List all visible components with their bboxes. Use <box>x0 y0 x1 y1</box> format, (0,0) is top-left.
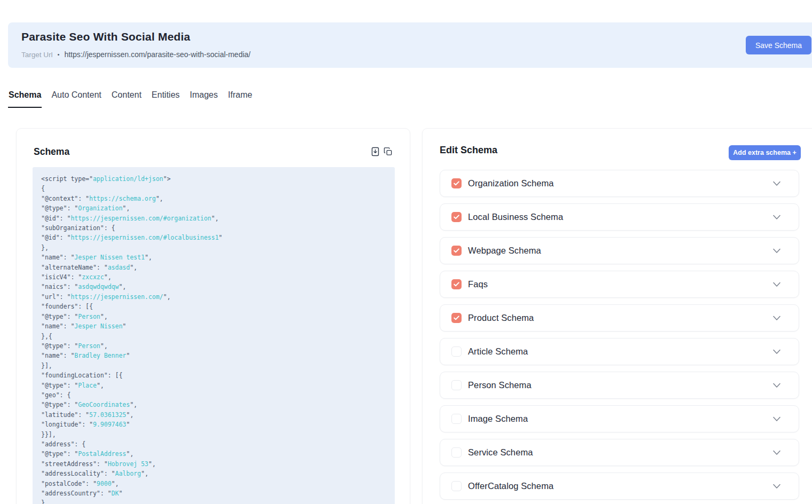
tab-iframe[interactable]: Iframe <box>228 89 253 108</box>
tabs-bar: SchemaAuto ContentContentEntitiesImagesI… <box>8 89 253 108</box>
code-line: "founders": [{ <box>41 302 386 311</box>
code-line: "geo": { <box>41 390 386 400</box>
code-line: "longitude": "9.9097463" <box>41 420 386 429</box>
accordion-label: Service Schema <box>468 447 533 458</box>
accordion-local-business-schema[interactable]: Local Business Schema <box>440 203 799 231</box>
checkbox-checked[interactable] <box>451 212 462 222</box>
code-line: }}], <box>41 430 386 439</box>
chevron-down-icon[interactable] <box>770 348 784 356</box>
code-line: "@type": "GeoCoordinates", <box>41 400 386 410</box>
schema-accordion-list: Organization SchemaLocal Business Schema… <box>440 170 799 504</box>
code-line: { <box>41 184 386 193</box>
checkbox-unchecked[interactable] <box>451 380 462 390</box>
code-line: "postalCode": "9000", <box>41 479 386 489</box>
code-line: "@type": "Place", <box>41 381 386 390</box>
checkbox-unchecked[interactable] <box>451 481 462 491</box>
accordion-image-schema[interactable]: Image Schema <box>440 405 799 432</box>
accordion-label: Person Schema <box>468 380 532 390</box>
chevron-down-icon[interactable] <box>770 381 784 390</box>
accordion-webpage-schema[interactable]: Webpage Schema <box>440 237 799 264</box>
checkbox-checked[interactable] <box>451 178 462 188</box>
chevron-down-icon[interactable] <box>770 448 784 457</box>
add-extra-schema-button[interactable]: Add extra schema + <box>729 145 801 160</box>
accordion-label: OfferCatalog Schema <box>468 481 553 491</box>
code-line: "name": "Jesper Nissen" <box>41 321 386 331</box>
page-title: Parasite Seo With Social Media <box>21 30 190 43</box>
chevron-down-icon[interactable] <box>770 280 784 289</box>
code-line: "latitude": "57.0361325", <box>41 410 386 420</box>
code-line: "@context": "https://schema.org", <box>41 194 386 203</box>
accordion-label: Faqs <box>468 279 488 289</box>
chevron-down-icon[interactable] <box>770 415 784 423</box>
copy-icon[interactable] <box>383 147 393 156</box>
code-line: "url": "https://jespernissen.com/", <box>41 292 386 302</box>
accordion-service-schema[interactable]: Service Schema <box>440 439 799 466</box>
accordion-label: Product Schema <box>468 313 534 323</box>
schema-card-title: Schema <box>34 146 69 158</box>
tab-entities[interactable]: Entities <box>151 89 180 108</box>
check-icon <box>454 248 459 253</box>
code-line: "@type": "Person", <box>41 341 386 351</box>
code-line: },{ <box>41 332 386 341</box>
accordion-person-schema[interactable]: Person Schema <box>440 372 799 399</box>
check-icon <box>454 181 459 186</box>
checkbox-unchecked[interactable] <box>451 447 462 458</box>
tab-images[interactable]: Images <box>189 89 218 108</box>
target-url: https://jespernissen.com/parasite-seo-wi… <box>64 50 251 59</box>
code-line: "naics": "asdqwdqwdqw", <box>41 282 386 292</box>
checkbox-checked[interactable] <box>451 246 462 256</box>
code-line: "streetAddress": "Hobrovej 53", <box>41 459 386 469</box>
schema-card: Schema <script type="application/ld+json… <box>16 128 410 504</box>
tab-auto-content[interactable]: Auto Content <box>51 89 102 108</box>
chevron-down-icon[interactable] <box>770 314 784 322</box>
edit-schema-panel: Edit Schema Add extra schema + Organizat… <box>422 128 812 504</box>
checkbox-unchecked[interactable] <box>451 414 462 424</box>
code-line: "name": "Bradley Benner" <box>41 351 386 360</box>
code-line: "@id": "https://jespernissen.com/#localb… <box>41 233 386 242</box>
save-schema-button[interactable]: Save Schema <box>746 36 811 54</box>
code-line: "foundingLocation": [{ <box>41 371 386 380</box>
accordion-label: Article Schema <box>468 346 528 357</box>
check-icon <box>454 282 459 287</box>
download-file-icon[interactable] <box>370 147 380 156</box>
accordion-label: Organization Schema <box>468 178 554 188</box>
target-url-label: Target Url <box>21 51 53 59</box>
code-line: "subOrganization": { <box>41 223 386 233</box>
code-line: }, <box>41 498 386 504</box>
accordion-product-schema[interactable]: Product Schema <box>440 304 799 332</box>
check-icon <box>454 215 459 219</box>
accordion-organization-schema[interactable]: Organization Schema <box>440 170 799 197</box>
accordion-label: Local Business Schema <box>468 212 563 222</box>
code-line: "@type": "Organization", <box>41 203 386 213</box>
code-line: "isicV4": "zxcxzc", <box>41 272 386 282</box>
checkbox-checked[interactable] <box>451 279 462 289</box>
bullet-separator: • <box>58 51 60 58</box>
code-line: <script type="application/ld+json"> <box>41 174 386 184</box>
code-line: "alternateName": "asdasd", <box>41 263 386 272</box>
accordion-faqs[interactable]: Faqs <box>440 271 799 298</box>
code-line: "@id": "https://jespernissen.com/#organi… <box>41 214 386 223</box>
chevron-down-icon[interactable] <box>770 247 784 255</box>
schema-code-block: <script type="application/ld+json">{"@co… <box>33 167 395 504</box>
code-line: "@type": "Person", <box>41 312 386 321</box>
accordion-offercatalog-schema[interactable]: OfferCatalog Schema <box>440 472 799 500</box>
chevron-down-icon[interactable] <box>770 179 784 188</box>
chevron-down-icon[interactable] <box>770 213 784 222</box>
chevron-down-icon[interactable] <box>770 482 784 491</box>
code-line: "@type": "PostalAddress", <box>41 449 386 459</box>
accordion-label: Webpage Schema <box>468 246 541 256</box>
code-line: }, <box>41 243 386 253</box>
code-line: "address": { <box>41 439 386 449</box>
header-band: Parasite Seo With Social Media Target Ur… <box>8 22 812 68</box>
edit-schema-title: Edit Schema <box>440 145 497 156</box>
checkbox-unchecked[interactable] <box>451 346 462 357</box>
code-actions <box>370 147 393 156</box>
tab-schema[interactable]: Schema <box>8 89 42 108</box>
tab-content[interactable]: Content <box>111 89 142 108</box>
code-line: }], <box>41 361 386 371</box>
code-line: "addressCountry": "DK" <box>41 489 386 498</box>
checkbox-checked[interactable] <box>451 313 462 323</box>
code-line: "name": "Jesper Nissen test1", <box>41 253 386 262</box>
code-line: "addressLocality": "Aalborg", <box>41 469 386 478</box>
accordion-article-schema[interactable]: Article Schema <box>440 338 799 365</box>
